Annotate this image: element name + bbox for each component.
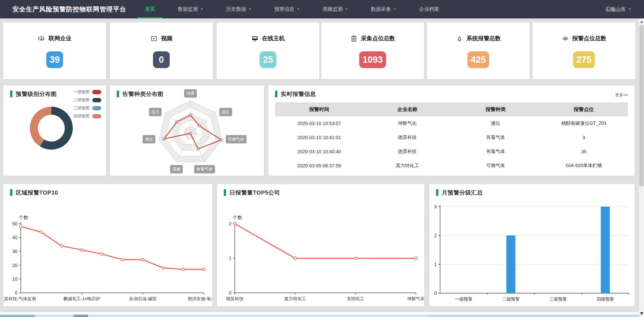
nav-item-4[interactable]: 视频监测▼: [315, 0, 356, 18]
stat-label: 在线主机: [262, 35, 285, 42]
alarm-level-donut-chart: [3, 86, 106, 176]
stat-head: 系统报警总数: [427, 35, 530, 42]
svg-text:四级预警: 四级预警: [597, 297, 614, 302]
svg-text:2: 2: [229, 221, 231, 226]
stat-card-1: 视频0: [110, 22, 213, 79]
stat-label: 报警点位总数: [572, 35, 606, 42]
nav-item-5[interactable]: 数据采集▼: [364, 0, 404, 18]
alarm-cell: 英力特化工: [363, 159, 451, 173]
region-label: 石嘴山市: [605, 0, 626, 18]
radar-axis-label-3: 有毒气体: [194, 165, 215, 173]
nav-menu: 首页数据监测▼历史数据▼预警信息▼视频监测▼数据采集▼企业档案: [133, 0, 451, 18]
stat-value-badge: 425: [467, 51, 489, 68]
alarm-cell: 有毒气体: [451, 145, 540, 159]
nav-item-2[interactable]: 历史数据▼: [219, 0, 259, 18]
nav-item-label: 数据监测: [178, 0, 198, 18]
svg-text:英力特化工: 英力特化工: [284, 296, 306, 301]
stat-card-4: 系统报警总数425: [427, 22, 530, 79]
chevron-down-icon: ▼: [200, 0, 203, 18]
stat-card-5: 报警点位总数275: [533, 22, 635, 79]
svg-text:40: 40: [12, 235, 17, 240]
scrollbar-down-arrow[interactable]: [639, 311, 644, 316]
more-link[interactable]: 更多>>: [615, 92, 628, 98]
alarm-col-header-1: 企业名称: [363, 102, 451, 116]
region-selector[interactable]: 石嘴山市 ▼: [605, 0, 631, 18]
speaker-icon: [561, 35, 569, 42]
title-accent-bar: [275, 91, 277, 97]
bell-icon: [456, 35, 463, 42]
cloud-link-icon: [38, 35, 45, 42]
clipboard-icon: [350, 35, 358, 42]
svg-text:0: 0: [229, 290, 231, 296]
alarm-cell: 精醇南罐液位GT_203: [540, 116, 628, 130]
alarm-cell: 有毒气体: [451, 130, 540, 145]
alarm-cell: 德昊科技: [363, 145, 451, 159]
panel-realtime-alarms: 实时报警信息 更多>> 报警时间企业名称报警种类报警点位 2020-03-10 …: [268, 86, 635, 176]
svg-text:永润石油-罐区: 永润石油-罐区: [129, 296, 157, 301]
chevron-down-icon: ▼: [628, 0, 631, 18]
alarm-cell: 坤辉气化: [363, 116, 451, 130]
alarm-cell: 液位: [451, 116, 540, 130]
panel-head: 实时报警信息: [275, 90, 316, 98]
svg-text:0: 0: [15, 290, 17, 296]
alarm-cell: GIA-520单体贮槽: [540, 159, 628, 173]
daily-alarm-top5-line-chart: 012个数德昊科技英力特化工东明化工坤辉气化: [217, 184, 424, 306]
scrollbar-up-arrow[interactable]: [639, 19, 644, 24]
chevron-down-icon: ▼: [345, 0, 348, 18]
cloud-link-icon: [38, 35, 45, 42]
alarm-cell: 2020-03-05 08:37:59: [275, 159, 363, 173]
stat-value-badge: 1093: [359, 51, 386, 68]
alarm-row-3[interactable]: 2020-03-05 08:37:59英力特化工可燃气体GIA-520单体贮槽: [275, 159, 628, 173]
svg-text:东明化工: 东明化工: [347, 296, 364, 301]
alarm-cell: 2020-03-10 10:41:01: [275, 130, 363, 145]
svg-text:1: 1: [229, 256, 231, 261]
chevron-down-icon: ▼: [297, 0, 300, 18]
stat-card-3: 采集点位总数1093: [321, 22, 424, 79]
alarm-col-header-2: 报警种类: [451, 102, 540, 116]
video-play-icon: [150, 35, 158, 42]
svg-text:个数: 个数: [18, 215, 28, 220]
svg-text:10: 10: [12, 276, 17, 282]
svg-text:一级预警: 一级预警: [455, 297, 472, 302]
stat-value-badge: 39: [46, 51, 63, 68]
nav-item-label: 历史数据: [226, 0, 246, 18]
alarm-row-1[interactable]: 2020-03-10 10:41:01德昊科技有毒气体3: [275, 130, 628, 145]
monitor-icon: [251, 35, 259, 42]
panel-alarm-type-radar: 告警种类分布图 温度其它可燃气体有毒气体流量液位压力: [110, 86, 264, 176]
panel-region-alarm-top10: 区域报警TOP10 01020304050个数昊科技-气体监测鹏盛化工-1#电石…: [3, 184, 212, 306]
svg-text:30: 30: [12, 249, 17, 254]
clipboard-icon: [350, 35, 358, 42]
footer-right-segment: [428, 315, 644, 317]
panel-monthly-warning-summary: 月预警分级汇总 0123一级预警二级预警三级预警四级预警: [429, 184, 635, 306]
monitor-icon: [251, 35, 259, 42]
panel-title: 实时报警信息: [281, 90, 316, 98]
radar-axis-label-2: 可燃气体: [226, 135, 247, 144]
nav-item-0[interactable]: 首页: [138, 0, 162, 18]
speaker-icon: [561, 35, 569, 42]
nav-item-3[interactable]: 预警信息▼: [267, 0, 307, 18]
bell-icon: [456, 35, 463, 42]
svg-text:20: 20: [12, 263, 17, 268]
nav-item-label: 首页: [145, 0, 155, 18]
svg-text:荆洪生物-氧化反: 荆洪生物-氧化反: [188, 296, 212, 301]
nav-item-1[interactable]: 数据监测▼: [170, 0, 211, 18]
chevron-down-icon: ▼: [249, 0, 252, 18]
alarm-col-header-3: 报警点位: [540, 102, 628, 116]
stat-head: 联网企业: [3, 35, 106, 42]
video-play-icon: [150, 35, 158, 42]
alarm-row-0[interactable]: 2020-03-10 10:53:07坤辉气化液位精醇南罐液位GT_203: [275, 116, 628, 130]
nav-item-label: 视频监测: [323, 0, 343, 18]
panel-daily-alarm-top5: 日报警量TOP5公司 012个数德昊科技英力特化工东明化工坤辉气化: [217, 184, 424, 306]
scrollbar-thumb[interactable]: [639, 25, 644, 186]
alarm-row-2[interactable]: 2020-03-10 10:40:40德昊科技有毒气体35: [275, 145, 628, 159]
stat-value-badge: 0: [153, 51, 170, 68]
alarm-cell: 3: [540, 130, 628, 145]
alarm-type-radar-chart: [110, 86, 264, 176]
svg-text:个数: 个数: [232, 215, 242, 220]
svg-text:2: 2: [434, 233, 437, 238]
nav-item-6[interactable]: 企业档案: [412, 0, 447, 18]
stat-label: 联网企业: [49, 35, 71, 42]
monthly-warning-bar-chart: 0123一级预警二级预警三级预警四级预警: [429, 184, 635, 306]
svg-text:二级预警: 二级预警: [502, 297, 520, 302]
svg-text:坤辉气化: 坤辉气化: [407, 296, 424, 301]
